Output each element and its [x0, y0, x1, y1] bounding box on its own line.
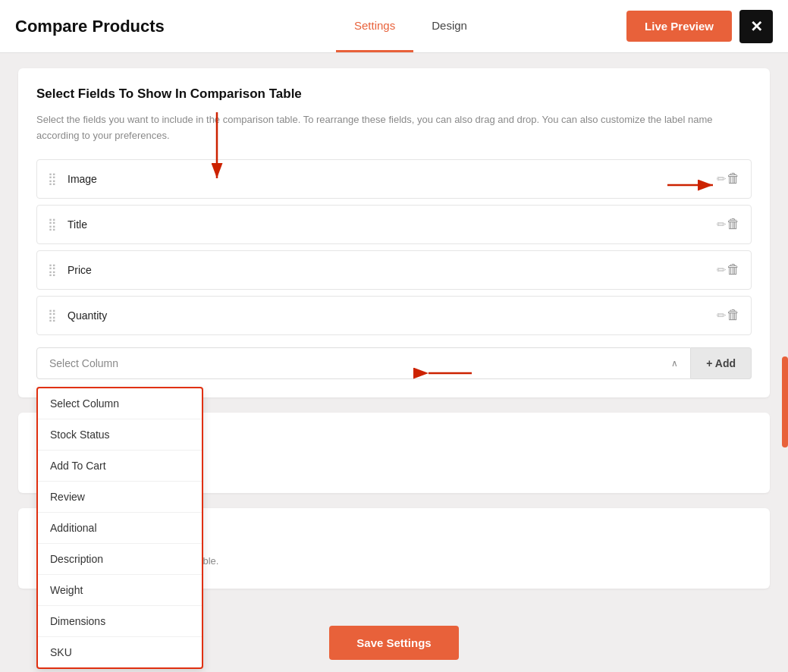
app-header: Compare Products Settings Design Live Pr…: [0, 0, 788, 53]
field-row-quantity: ⣿ Quantity ✏ 🗑: [36, 296, 752, 335]
add-column-row: Select Column ∧ + Add Select Column Stoc…: [36, 347, 752, 379]
dropdown-item-add-to-cart[interactable]: Add To Cart: [38, 451, 202, 482]
live-preview-button[interactable]: Live Preview: [626, 11, 732, 42]
column-dropdown-menu: Select Column Stock Status Add To Cart R…: [36, 387, 203, 669]
dropdown-item-description[interactable]: Description: [38, 544, 202, 575]
dropdown-item-weight[interactable]: Weight: [38, 575, 202, 606]
edit-icon-image[interactable]: ✏: [717, 172, 727, 186]
comparison-table-title: Select Fields To Show In Comparison Tabl…: [36, 86, 752, 102]
chevron-up-icon: ∧: [671, 358, 678, 369]
drag-handle-quantity[interactable]: ⣿: [48, 308, 55, 322]
scrollbar[interactable]: [782, 53, 788, 672]
app-title: Compare Products: [15, 17, 165, 36]
drag-handle-price[interactable]: ⣿: [48, 262, 55, 277]
dropdown-item-dimensions[interactable]: Dimensions: [38, 606, 202, 637]
edit-icon-quantity[interactable]: ✏: [717, 309, 727, 322]
field-name-title: Title: [67, 218, 711, 231]
close-button[interactable]: ✕: [739, 10, 773, 43]
dropdown-item-select-column[interactable]: Select Column: [38, 388, 202, 419]
delete-icon-title[interactable]: 🗑: [727, 216, 740, 232]
header-actions: Live Preview ✕: [626, 10, 773, 43]
tab-bar: Settings Design: [195, 1, 626, 52]
main-content: Select Fields To Show In Comparison Tabl…: [0, 53, 788, 619]
scrollbar-thumb[interactable]: [782, 356, 788, 447]
field-row-image: ⣿ Image ✏ 🗑: [36, 159, 752, 199]
dropdown-item-additional[interactable]: Additional: [38, 513, 202, 544]
field-name-quantity: Quantity: [67, 309, 711, 322]
delete-icon-image[interactable]: 🗑: [727, 171, 740, 187]
comparison-table-card: Select Fields To Show In Comparison Tabl…: [18, 68, 770, 397]
select-column-dropdown[interactable]: Select Column ∧: [36, 347, 691, 379]
dropdown-item-stock-status[interactable]: Stock Status: [38, 419, 202, 451]
delete-icon-price[interactable]: 🗑: [727, 262, 740, 278]
field-row-price: ⣿ Price ✏ 🗑: [36, 250, 752, 290]
tab-settings[interactable]: Settings: [336, 1, 413, 52]
comparison-table-description: Select the fields you want to include in…: [36, 112, 752, 144]
edit-icon-price[interactable]: ✏: [717, 263, 727, 277]
save-settings-button[interactable]: Save Settings: [329, 626, 458, 660]
edit-icon-title[interactable]: ✏: [717, 218, 727, 231]
field-name-image: Image: [67, 173, 711, 185]
tab-design[interactable]: Design: [413, 1, 485, 52]
dropdown-item-sku[interactable]: SKU: [38, 637, 202, 667]
select-column-label: Select Column: [49, 357, 118, 369]
drag-handle-title[interactable]: ⣿: [48, 217, 55, 231]
field-row-title: ⣿ Title ✏ 🗑: [36, 205, 752, 244]
drag-handle-image[interactable]: ⣿: [48, 171, 55, 186]
delete-icon-quantity[interactable]: 🗑: [727, 307, 740, 323]
field-name-price: Price: [67, 264, 711, 276]
add-button[interactable]: + Add: [691, 347, 752, 379]
dropdown-item-review[interactable]: Review: [38, 482, 202, 513]
